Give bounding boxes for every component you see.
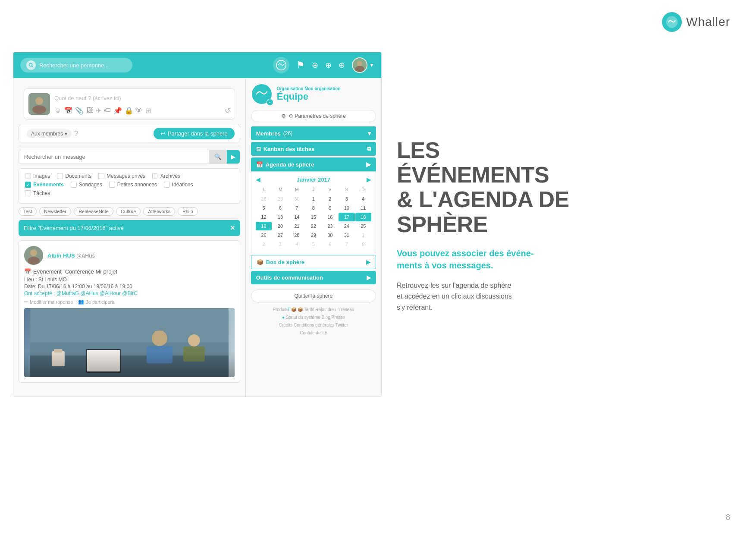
cal-day[interactable]: 2 — [322, 195, 338, 203]
filter-events-checkbox[interactable]: ✓ — [25, 182, 31, 188]
footer-credits-link[interactable]: Crédits — [279, 323, 293, 327]
sphere-outils-section[interactable]: Outils de communication ▶ — [251, 271, 376, 284]
cal-day-event[interactable]: 18 — [355, 213, 371, 221]
footer-confidentialite-link[interactable]: Confidentialité — [300, 330, 327, 335]
cal-day[interactable]: 7 — [339, 240, 354, 249]
cal-day[interactable]: 5 — [305, 240, 321, 249]
cal-day[interactable]: 15 — [305, 213, 321, 221]
footer-twitter-link[interactable]: Twitter — [336, 323, 348, 327]
lock-icon[interactable]: 🔒 — [125, 107, 133, 115]
cal-day[interactable]: 5 — [256, 204, 272, 212]
image-icon[interactable]: 🖼 — [86, 107, 93, 115]
add-sphere-icon[interactable]: ⊕ — [312, 60, 318, 70]
message-search-input[interactable] — [19, 150, 209, 164]
cal-day[interactable]: 22 — [305, 222, 321, 230]
tag-culture[interactable]: Culture — [116, 207, 141, 216]
message-search-button[interactable]: 🔍 — [209, 150, 227, 164]
grid-icon[interactable]: ⊞ — [145, 107, 151, 115]
modify-response-action[interactable]: ✏ Modifier ma réponse — [24, 299, 73, 305]
footer-statut-link[interactable]: Statut du système — [286, 315, 320, 320]
filter-polls[interactable]: Sondages — [71, 182, 102, 188]
filter-ideations[interactable]: Idéations — [164, 182, 193, 188]
cal-day[interactable]: 14 — [289, 213, 305, 221]
filter-images-checkbox[interactable] — [25, 173, 31, 179]
cal-day[interactable]: 3 — [339, 195, 354, 203]
cal-day[interactable]: 9 — [322, 204, 338, 212]
cal-day[interactable]: 6 — [272, 204, 288, 212]
filter-archives-checkbox[interactable] — [152, 173, 158, 179]
filter-archives[interactable]: Archivés — [152, 173, 180, 179]
cal-day[interactable]: 8 — [305, 204, 321, 212]
footer-tarifs-link[interactable]: Tarifs — [304, 307, 314, 312]
sphere-members-section[interactable]: Membres (26) ▾ — [251, 126, 376, 140]
cal-day[interactable]: 23 — [322, 222, 338, 230]
share-button[interactable]: ↩ Partager dans la sphère — [154, 128, 235, 139]
filter-tasks-checkbox[interactable] — [25, 190, 31, 196]
filter-events[interactable]: ✓ Evénements — [25, 182, 64, 188]
emoji-icon[interactable]: ☺ — [54, 107, 61, 115]
filter-documents[interactable]: Documents — [57, 173, 91, 179]
tag-philo[interactable]: Philo — [178, 207, 198, 216]
send-icon[interactable]: ✈ — [96, 107, 101, 115]
paperclip-icon[interactable]: 📎 — [75, 107, 84, 115]
cal-day[interactable]: 16 — [322, 213, 338, 221]
add-contact-icon[interactable]: ⊕ — [325, 60, 332, 70]
quit-sphere-button[interactable]: Quitter la sphère — [251, 290, 376, 302]
footer-rejoindre-link[interactable]: Rejoindre un réseau — [315, 307, 354, 312]
cal-day[interactable]: 25 — [355, 222, 371, 230]
user-menu[interactable]: ▼ — [352, 57, 374, 73]
cal-day[interactable]: 1 — [305, 195, 321, 203]
cal-day[interactable]: 7 — [289, 204, 305, 212]
cal-day[interactable]: 28 — [289, 231, 305, 239]
filter-ideations-checkbox[interactable] — [164, 182, 170, 188]
tag-test[interactable]: Test — [19, 207, 37, 216]
message-search-next-button[interactable]: ▶ — [227, 150, 240, 164]
tag-newsletter[interactable]: Newsletter — [39, 207, 71, 216]
cal-day[interactable]: 28 — [256, 195, 272, 203]
cal-day[interactable]: 13 — [272, 213, 288, 221]
filter-private[interactable]: Messages privés — [98, 173, 145, 179]
tag-releasenote[interactable]: RealeaseNote — [74, 207, 113, 216]
composer-placeholder[interactable]: Quoi de neuf ? (écrivez ici) — [54, 93, 230, 103]
cal-day[interactable]: 26 — [256, 231, 272, 239]
cal-day[interactable]: 2 — [256, 240, 272, 249]
filter-tasks[interactable]: Tâches — [25, 190, 50, 196]
cal-day[interactable]: 27 — [272, 231, 288, 239]
footer-blog-link[interactable]: Blog — [322, 315, 330, 320]
destination-dropdown[interactable]: Aux membres ▾ — [27, 129, 72, 138]
cal-day[interactable]: 31 — [339, 231, 354, 239]
sphere-agenda-section[interactable]: 📅 Agenda de sphère ▶ — [251, 157, 376, 171]
cal-day[interactable]: 30 — [289, 195, 305, 203]
refresh-icon[interactable]: ↺ — [225, 107, 230, 115]
cal-day[interactable]: 30 — [322, 231, 338, 239]
calendar-tool-icon[interactable]: 📅 — [64, 107, 72, 115]
cal-day[interactable]: 12 — [256, 213, 272, 221]
cal-day[interactable]: 1 — [355, 231, 371, 239]
cal-day[interactable]: 21 — [289, 222, 305, 230]
cal-day[interactable]: 10 — [339, 204, 354, 212]
help-icon[interactable]: ? — [74, 130, 78, 138]
sphere-box-section[interactable]: 📦 Box de sphère ▶ — [251, 255, 376, 269]
filter-polls-checkbox[interactable] — [71, 182, 77, 188]
cal-day-event[interactable]: 19 — [256, 222, 272, 230]
cal-day[interactable]: 8 — [355, 240, 371, 249]
sphere-kanban-section[interactable]: ⊟ Kanban des tâches ⧉ — [251, 142, 376, 156]
eye-icon[interactable]: 👁 — [136, 107, 143, 115]
flag-icon[interactable]: ⚑ — [296, 60, 305, 71]
cal-day[interactable]: 4 — [289, 240, 305, 249]
calendar-next-button[interactable]: ▶ — [367, 176, 371, 183]
pin-icon[interactable]: 📌 — [113, 107, 122, 115]
filter-images[interactable]: Images — [25, 173, 50, 179]
cal-day[interactable]: 11 — [355, 204, 371, 212]
footer-conditions-link[interactable]: Conditions générales — [294, 323, 334, 327]
filter-ads[interactable]: Petites annonces — [109, 182, 157, 188]
add-group-icon[interactable]: ⊕ — [339, 60, 345, 70]
cal-day[interactable]: 20 — [272, 222, 288, 230]
cal-day[interactable]: 4 — [355, 195, 371, 203]
sphere-params-button[interactable]: ⚙ ⚙ Paramètres de sphère — [251, 110, 376, 122]
cal-day[interactable]: 29 — [272, 195, 288, 203]
tag-icon[interactable]: 🏷 — [104, 107, 111, 115]
cal-day[interactable]: 3 — [272, 240, 288, 249]
cal-day[interactable]: 29 — [305, 231, 321, 239]
tag-afterworks[interactable]: Afterworks — [143, 207, 175, 216]
